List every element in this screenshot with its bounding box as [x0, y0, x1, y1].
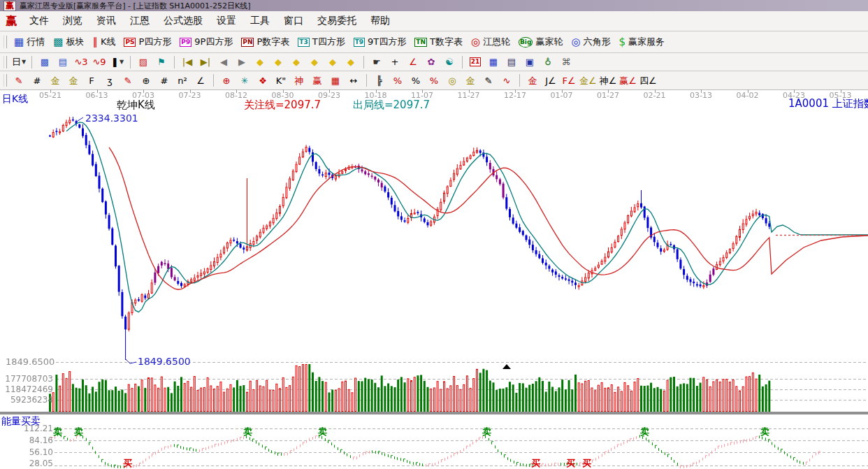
percent-line-tool[interactable]: % [425, 73, 443, 87]
angle-mirror-tool[interactable]: ∠ [191, 73, 210, 87]
calendar-icon[interactable]: 21 [466, 55, 484, 69]
k-wave-tool[interactable]: K" [272, 73, 290, 87]
angle-tool-icon[interactable]: ∠ [404, 55, 422, 69]
toolbar-drag-handle[interactable] [3, 74, 7, 87]
menu-help[interactable]: 帮助 [363, 13, 397, 29]
price-scale-tool[interactable]: ╠ [370, 73, 389, 87]
info-document-icon[interactable]: ▤ [54, 55, 72, 69]
red-brush-tool[interactable]: ✎ [10, 73, 28, 87]
menu-file[interactable]: 文件 [22, 13, 56, 29]
p-number-button-label: P数字表 [256, 36, 289, 48]
n-square-tool[interactable]: n² [173, 73, 191, 87]
gann-wheel-button-label: 江恩轮 [483, 36, 510, 48]
gold-grid2-tool[interactable]: 金 [64, 73, 82, 87]
j-angle-tool[interactable]: J∠ [542, 73, 560, 87]
winner-service-button[interactable]: $赢家服务 [614, 34, 669, 50]
wave-percent-tool[interactable]: ∿ [498, 73, 516, 87]
flag-icon[interactable]: ⚑ [152, 55, 171, 69]
f-grid-tool[interactable]: F [82, 73, 101, 87]
gann-pattern-icon[interactable]: ▨ [134, 55, 152, 69]
prev-bar-button[interactable]: ◀ [215, 55, 233, 69]
main-chart-canvas[interactable] [0, 89, 868, 469]
menu-window[interactable]: 窗口 [277, 13, 310, 29]
quotes-button[interactable]: ▦行情 [10, 34, 49, 50]
menu-news[interactable]: 资讯 [89, 13, 123, 29]
notebook-icon-icon: ▤ [507, 57, 516, 66]
t-number-button[interactable]: TNT数字表 [410, 34, 467, 50]
network-icon[interactable]: ♁ [539, 55, 557, 69]
menu-trade[interactable]: 交易委托 [310, 13, 363, 29]
t-number-button-icon: TN [414, 38, 427, 47]
p-number-button[interactable]: PNP数字表 [237, 34, 294, 50]
circle-grid-tool[interactable]: ⊕ [137, 73, 155, 87]
crosshair-icon[interactable]: + [386, 55, 404, 69]
win-grid-tool[interactable]: 赢 [308, 73, 326, 87]
workstation-icon[interactable]: ⌘ [557, 55, 575, 69]
gold-line-tool[interactable]: 金 [461, 73, 479, 87]
four-angle-tool[interactable]: 四∠ [638, 73, 658, 87]
save-icon[interactable]: ▣ [521, 55, 539, 69]
shen-grid-tool[interactable]: 神 [290, 73, 308, 87]
menu-tools[interactable]: 工具 [243, 13, 277, 29]
p-square-button[interactable]: PSP四方形 [120, 34, 175, 50]
ink-tool[interactable]: ✎ [479, 73, 498, 87]
percent-tool[interactable]: % [407, 73, 425, 87]
hexagon-button[interactable]: ◎六角形 [567, 34, 614, 50]
9t-square-button[interactable]: T99T四方形 [349, 34, 411, 50]
gold-angle-tool[interactable]: 金∠ [578, 73, 598, 87]
arrow-span-tool[interactable]: ↔ [345, 73, 363, 87]
wave-9-icon[interactable]: ∿9 [90, 55, 108, 69]
network-chart-icon[interactable]: ▩ [36, 55, 54, 69]
zoom-out-h-diamond[interactable]: ◆ [305, 55, 324, 69]
zoom-in-h-diamond[interactable]: ◆ [287, 55, 305, 69]
toolbar-drag-handle[interactable] [3, 36, 7, 48]
wave-3-icon[interactable]: ∿3 [72, 55, 90, 69]
menu-settings[interactable]: 设置 [210, 13, 243, 29]
zoom-in-h-diamond-icon: ◆ [293, 57, 300, 66]
brush-grid-tool[interactable]: ✎ [119, 73, 137, 87]
winner-service-button-label: 赢家服务 [628, 36, 665, 48]
title-bar[interactable]: 赢 赢家江恩专业版[赢家服务平台] - [上证指数 SH1A0001-252日K… [0, 0, 868, 11]
hand-pan-icon[interactable]: ☛ [368, 55, 386, 69]
spiral-icon[interactable]: ☯ [440, 55, 458, 69]
ruler-grid-tool[interactable]: # [155, 73, 173, 87]
starburst-tool[interactable]: ✳ [236, 73, 254, 87]
web-grid-tool[interactable]: ❖ [254, 73, 272, 87]
exit-line-label: 出局线=2097.7 [353, 99, 430, 112]
compass-tool[interactable]: ⊕ [217, 73, 236, 87]
9p-square-button[interactable]: P99P四方形 [175, 34, 237, 50]
notebook-icon[interactable]: ▤ [502, 55, 521, 69]
percent-red-tool[interactable]: % [389, 73, 407, 87]
last-bar-button[interactable]: ▶| [196, 55, 215, 69]
f-angle-tool[interactable]: F∠ [560, 73, 578, 87]
menu-formula-select[interactable]: 公式选股 [157, 13, 210, 29]
gold-grid-tool[interactable]: 金 [46, 73, 64, 87]
zoom-in-all-diamond[interactable]: ◆ [324, 55, 342, 69]
toolbar-drag-handle[interactable] [3, 56, 7, 68]
calculator-icon[interactable]: ▦ [484, 55, 502, 69]
pan-left-diamond[interactable]: ◆ [251, 55, 269, 69]
molecule-icon[interactable]: ✿ [422, 55, 440, 69]
grid-tool[interactable]: # [28, 73, 46, 87]
win-angle-tool[interactable]: 赢∠ [618, 73, 638, 87]
next-bar-button[interactable]: ▶ [233, 55, 251, 69]
t-square-button[interactable]: T3T四方形 [294, 34, 349, 50]
winner-wheel-button[interactable]: Big赢家轮 [514, 34, 567, 50]
gold-circle-tool[interactable]: ◎ [443, 73, 461, 87]
period-day-dropdown[interactable]: 日▼ [10, 55, 28, 69]
t-square-button-icon: T3 [298, 38, 309, 47]
gann-wheel-button[interactable]: ◎江恩轮 [467, 34, 514, 50]
first-bar-button[interactable]: |◀ [178, 55, 196, 69]
sectors-button[interactable]: ▩板块 [49, 34, 88, 50]
spiral-grid-tool[interactable]: ʒ [101, 73, 119, 87]
kline-button[interactable]: ∥K线 [88, 34, 120, 50]
number-grid-tool[interactable]: ▦ [326, 73, 345, 87]
menu-gann[interactable]: 江恩 [123, 13, 157, 29]
shen-angle-tool[interactable]: 神∠ [598, 73, 619, 87]
pan-right-diamond[interactable]: ◆ [269, 55, 287, 69]
gold-box-tool[interactable]: 金 [523, 73, 542, 87]
menu-browse[interactable]: 浏览 [56, 13, 89, 29]
candle-style-dropdown[interactable]: ❚▼ [108, 55, 126, 69]
zoom-out-all-diamond[interactable]: ◆ [342, 55, 360, 69]
network-chart-icon-icon: ▩ [41, 57, 49, 66]
